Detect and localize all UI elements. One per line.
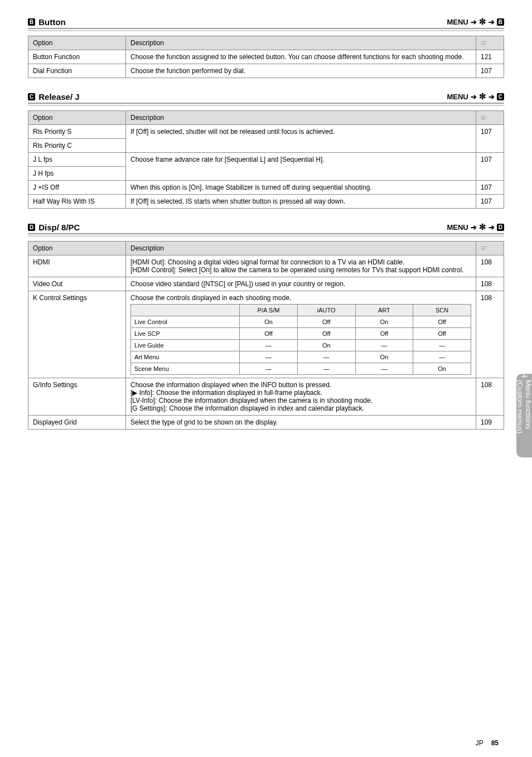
inner-cell: — xyxy=(240,351,298,363)
arrow-icon: ➔ xyxy=(489,93,495,101)
table-row: Dial Function Choose the function perfor… xyxy=(28,64,504,78)
col-page-header: ☞ xyxy=(476,36,504,50)
table-row: HDMI [HDMI Out]: Choosing a digital vide… xyxy=(28,255,504,277)
page-footer: JP 85 xyxy=(476,739,499,747)
inner-row: Live Guide — On — — xyxy=(131,340,471,351)
side-tab-number: 4 xyxy=(520,374,529,378)
arrow-icon: ➔ xyxy=(489,18,495,26)
badge-c-path: C xyxy=(497,93,504,100)
page-cell: 108 xyxy=(476,277,504,291)
col-option-header: Option xyxy=(28,111,126,125)
table-row: G/Info Settings Choose the information d… xyxy=(28,378,504,416)
pointer-icon: ☞ xyxy=(481,39,487,47)
opt-cell: Rls Priority C xyxy=(28,139,126,153)
settings-table-b: Option Description ☞ Button Function Cho… xyxy=(28,36,504,78)
inner-cell: Off xyxy=(297,316,355,328)
desc-cell: If [Off] is selected, IS starts when shu… xyxy=(126,195,476,209)
desc-cell: Choose the information displayed when th… xyxy=(126,378,476,416)
inner-cell: — xyxy=(240,340,298,351)
section-title-text-c: Release/ J xyxy=(38,92,79,102)
opt-cell: J L fps xyxy=(28,153,126,167)
divider xyxy=(28,235,504,237)
inner-head-blank xyxy=(131,305,240,316)
pointer-icon: ☞ xyxy=(481,244,487,252)
page-cell: 107 xyxy=(476,195,504,209)
opt-cell: J +IS Off xyxy=(28,181,126,195)
page-cell: 108 xyxy=(476,255,504,277)
gear-icon xyxy=(479,17,486,27)
settings-table-d: Option Description ☞ HDMI [HDMI Out]: Ch… xyxy=(28,241,504,430)
inner-head-art: ART xyxy=(355,305,413,316)
inner-cell: Live Control xyxy=(131,316,240,328)
inner-cell: — xyxy=(355,363,413,375)
divider xyxy=(28,105,504,106)
gear-icon xyxy=(479,222,486,232)
gear-icon xyxy=(479,91,486,102)
inner-cell: Live Guide xyxy=(131,340,240,351)
col-option-header: Option xyxy=(28,242,126,255)
section-header-c: C Release/ J MENU ➔ ➔ C xyxy=(28,91,504,104)
desc-cell: Choose the controls displayed in each sh… xyxy=(126,291,476,378)
table-row: Displayed Grid Select the type of grid t… xyxy=(28,416,504,430)
inner-cell: — xyxy=(240,363,298,375)
opt-cell: J H fps xyxy=(28,167,126,181)
desc-cell: Choose the function performed by dial. xyxy=(126,64,476,78)
section-title-text-d: Disp/ 8/PC xyxy=(38,223,80,232)
desc-cell: Select the type of grid to be shown on t… xyxy=(126,416,476,430)
desc-cell: Choose the function assigned to the sele… xyxy=(126,50,476,64)
col-option-header: Option xyxy=(28,36,126,50)
col-page-header: ☞ xyxy=(476,242,504,255)
page-cell: 108 xyxy=(476,291,504,378)
menu-label-b: MENU xyxy=(447,18,468,26)
inner-head-scn: SCN xyxy=(413,305,471,316)
opt-cell: Rls Priority S xyxy=(28,125,126,139)
inner-row: Live SCP Off Off Off Off xyxy=(131,328,471,340)
table-row: Button Function Choose the function assi… xyxy=(28,50,504,64)
inner-cell: On xyxy=(240,316,298,328)
arrow-icon: ➔ xyxy=(471,93,477,101)
inner-cell: — xyxy=(297,363,355,375)
inner-cell: Off xyxy=(413,316,471,328)
page-cell: 109 xyxy=(476,416,504,430)
opt-cell: Button Function xyxy=(28,50,126,64)
page-cell: 107 xyxy=(476,64,504,78)
table-row: K Control Settings Choose the controls d… xyxy=(28,291,504,378)
badge-d-path: D xyxy=(497,224,504,231)
col-desc-header: Description xyxy=(126,111,476,125)
section-title-c: C Release/ J xyxy=(28,92,80,102)
inner-row: Live Control On Off On Off xyxy=(131,316,471,328)
badge-d: D xyxy=(28,224,35,231)
desc-cell: Choose video standard ([NTSC] or [PAL]) … xyxy=(126,277,476,291)
page-cell: 121 xyxy=(476,50,504,64)
table-row: J L fps Choose frame advance rate for [S… xyxy=(28,153,504,167)
section-header-b: B Button MENU ➔ ➔ B xyxy=(28,17,504,29)
inner-cell: On xyxy=(297,340,355,351)
page-cell: 107 xyxy=(476,125,504,153)
section-path-b: MENU ➔ ➔ B xyxy=(447,17,504,27)
col-desc-header: Description xyxy=(126,242,476,255)
control-inner-table: P/A S/M iAUTO ART SCN Live Control On Of… xyxy=(130,304,471,375)
inner-cell: Live SCP xyxy=(131,328,240,340)
inner-cell: Off xyxy=(413,328,471,340)
inner-cell: — xyxy=(413,351,471,363)
section-header-d: D Disp/ 8/PC MENU ➔ ➔ D xyxy=(28,222,504,234)
inner-cell: On xyxy=(355,351,413,363)
arrow-icon: ➔ xyxy=(471,223,477,232)
section-title-b: B Button xyxy=(28,17,66,27)
opt-cell: Dial Function xyxy=(28,64,126,78)
page-cell: 108 xyxy=(476,378,504,416)
menu-label-c: MENU xyxy=(447,93,468,101)
inner-head-pasm: P/A S/M xyxy=(240,305,298,316)
inner-head-iauto: iAUTO xyxy=(297,305,355,316)
pointer-icon: ☞ xyxy=(481,114,487,122)
section-path-c: MENU ➔ ➔ C xyxy=(447,91,504,102)
section-title-d: D Disp/ 8/PC xyxy=(28,223,80,232)
inner-row: Art Menu — — On — xyxy=(131,351,471,363)
table-row: J +IS Off When this option is [On], Imag… xyxy=(28,181,504,195)
settings-table-c: Option Description ☞ Rls Priority S If [… xyxy=(28,110,504,209)
badge-b-path: B xyxy=(497,18,504,26)
opt-cell: Video Out xyxy=(28,277,126,291)
badge-c: C xyxy=(28,93,35,100)
inner-cell: Scene Menu xyxy=(131,363,240,375)
arrow-icon: ➔ xyxy=(489,223,495,232)
